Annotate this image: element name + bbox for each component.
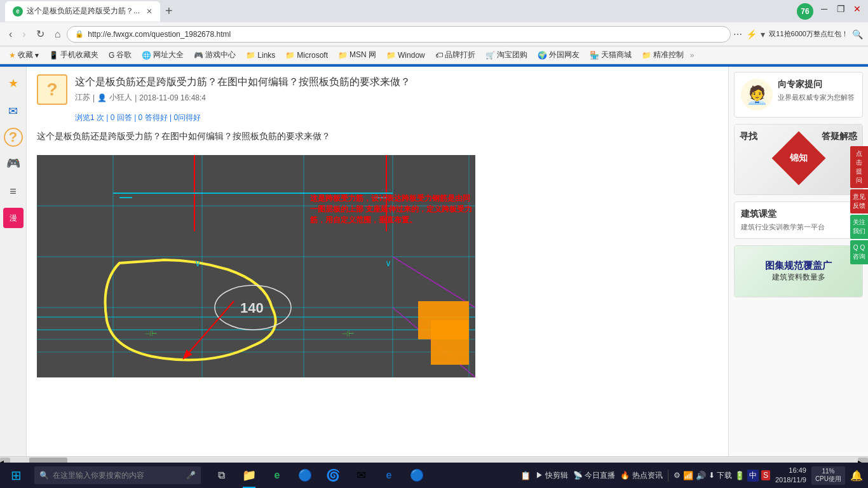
bookmark-microsoft[interactable]: 📁 Microsoft (281, 50, 332, 61)
tab-label: 这个是板负筋还是跨版受力筋？... (27, 6, 140, 17)
star-icon: ★ (9, 51, 16, 60)
bookmark-window[interactable]: 📁 Window (383, 50, 429, 61)
search-icon[interactable]: 🔍 (852, 29, 863, 39)
taskbar-app-ie2[interactable]: e (376, 463, 402, 488)
bookmark-msn[interactable]: 📁 MSN 网 (334, 48, 380, 62)
sidebar-star-icon[interactable]: ★ (2, 72, 25, 95)
bookmark-urls[interactable]: 🌐 网址大全 (138, 48, 187, 62)
dropdown-icon[interactable]: ▾ (761, 29, 765, 39)
restore-button[interactable]: ❐ (835, 3, 846, 15)
network-icon[interactable]: 📶 (683, 471, 693, 480)
taskbar-clock[interactable]: 16:49 2018/11/9 (775, 466, 806, 485)
course-box: 建筑课堂 建筑行业实训教学第一平台 (734, 201, 863, 239)
meta-separator1: | (93, 93, 95, 102)
volume-icon[interactable]: 🔊 (696, 471, 706, 480)
taskview-button[interactable]: ⧉ (208, 463, 234, 488)
forward-button[interactable]: › (18, 26, 29, 43)
image-container: ⊣⊢ ⊣⊢ ∨ ∨ 140 (37, 155, 475, 377)
minimize-button[interactable]: ─ (818, 3, 830, 15)
ad-line2: 建筑资料数量多 (765, 272, 832, 283)
ask-question-float-btn[interactable]: 点击提问 (850, 146, 863, 188)
hot-news-icon[interactable]: 🔥 热点资讯 (620, 470, 662, 481)
today-icon[interactable]: 📡 今日直播 (573, 470, 615, 481)
expert-box: 🧑‍💼 向专家提问 业界最权威专家为您解答 (734, 72, 863, 118)
taskbar-app-browser[interactable]: e (264, 463, 290, 488)
ime2-icon[interactable]: S (761, 470, 770, 480)
download-icon[interactable]: ⬇ 下载 (709, 470, 732, 481)
search-bar[interactable]: 🔍 在这里输入你要搜索的内容 🎤 (34, 466, 201, 484)
svg-rect-18 (431, 320, 469, 365)
sidebar-manga-icon[interactable]: 漫 (3, 208, 24, 228)
jzkt-diamond-text: 锦知 (790, 152, 808, 164)
svg-text:∨: ∨ (194, 258, 201, 268)
taskbar-app-5[interactable]: 🔵 (404, 463, 430, 488)
bookmark-foreign[interactable]: 🌍 外国网友 (534, 48, 583, 62)
sidebar-game-icon[interactable]: 🎮 (2, 152, 25, 175)
clock-date: 2018/11/9 (775, 475, 806, 485)
bookmark-links[interactable]: 📁 Links (242, 50, 279, 61)
taskbar-app-mail[interactable]: ✉ (348, 463, 374, 488)
ad-banner-box[interactable]: 图集规范覆盖广 建筑资料数量多 (734, 245, 863, 297)
jzkt-search-text: 寻找 (740, 131, 757, 142)
annotation-text: 这是跨板受力筋，设计表达跨板受力钢筋是由同一图层板的上部 支座延伸过来的，定义跨… (310, 193, 475, 225)
app5-icon: 🔵 (410, 468, 424, 482)
tab-bar: e 这个是板负筋还是跨版受力筋？... ✕ + (5, 1, 792, 22)
start-button[interactable]: ⊞ (0, 463, 32, 488)
bookmark-taobao[interactable]: 🛒 淘宝团购 (482, 48, 531, 62)
microphone-icon: 🎤 (186, 471, 196, 480)
ad-banner: 图集规范覆盖广 建筑资料数量多 (735, 246, 862, 297)
jzkt-ad-box: 锦知 寻找 答疑解惑 点击提问 意见反馈 关注我们 Q Q咨询 (734, 124, 863, 195)
taskbar-app-3[interactable]: 🔵 (292, 463, 318, 488)
ie2-icon: e (386, 470, 392, 481)
bookmark-google[interactable]: G 谷歌 (105, 48, 135, 62)
meta-user-icon: 👤 (97, 93, 107, 102)
bookmark-games[interactable]: 🎮 游戏中心 (190, 48, 240, 62)
system-icons: ⚙ 📶 🔊 ⬇ 下载 🔋 中 S (668, 470, 770, 482)
back-button[interactable]: ‹ (5, 26, 16, 43)
share-icon[interactable]: ⋯ (733, 29, 742, 39)
clock-time: 16:49 (775, 466, 806, 475)
more-bookmarks[interactable]: » (690, 51, 695, 60)
search-icon: 🔍 (39, 471, 49, 480)
settings-icon[interactable]: ⚙ (674, 471, 681, 480)
bookmark-control[interactable]: 📁 精准控制 (638, 48, 688, 62)
ime-icon[interactable]: 中 (747, 470, 759, 482)
jzkt-content: 锦知 (780, 139, 818, 180)
tab-close-button[interactable]: ✕ (146, 7, 153, 16)
feedback-float-btn[interactable]: 意见反馈 (850, 189, 863, 195)
live-icon[interactable]: ▶ 快剪辑 (536, 470, 568, 481)
float-buttons: 点击提问 意见反馈 关注我们 Q Q咨询 (850, 146, 863, 195)
taskbar-app-explorer[interactable]: 📁 (236, 463, 262, 488)
app3-icon: 🔵 (298, 468, 312, 482)
battery-icon: 🔋 (735, 471, 745, 480)
svg-text:∨: ∨ (385, 258, 391, 268)
home-button[interactable]: ⌂ (51, 26, 65, 43)
new-tab-button[interactable]: + (160, 4, 178, 18)
bookmark-tmall[interactable]: 🏪 天猫商城 (586, 48, 635, 62)
bookmark-favorites[interactable]: ★ 收藏 ▾ (5, 48, 43, 62)
sidebar-question-icon[interactable]: ? (4, 128, 23, 147)
bookmark-brand[interactable]: 🏷 品牌打折 (431, 48, 479, 62)
bookmark-mobile[interactable]: 📱 手机收藏夹 (45, 48, 102, 62)
window-controls: 76 ─ ❐ ✕ (797, 3, 863, 20)
refresh-button[interactable]: ↻ (32, 25, 48, 43)
question-meta: 江苏 | 👤 小狂人 | 2018-11-09 16:48:4 (75, 92, 718, 103)
stats-text: 浏览1 次 | 0 回答 | 0 答得好 | 0问得好 (75, 113, 201, 122)
jzkt-ad-banner[interactable]: 锦知 寻找 答疑解惑 (735, 125, 862, 194)
expert-avatar: 🧑‍💼 (741, 79, 773, 111)
quick-note-icon[interactable]: 📋 (520, 471, 531, 480)
sidebar-message-icon[interactable]: ✉ (2, 100, 25, 123)
bookmark-mobile-icon: 📱 (49, 51, 58, 60)
taskbar-systray: 📋 ▶ 快剪辑 📡 今日直播 🔥 热点资讯 ⚙ 📶 🔊 ⬇ 下载 🔋 中 S 1… (515, 466, 868, 485)
address-bar[interactable]: 🔒 http://e.fwxgx.com/question_1982678.ht… (67, 26, 731, 43)
security-icon: 🔒 (75, 30, 84, 38)
cpu-monitor: 11% CPU使用 (811, 466, 845, 485)
cpu-label: CPU使用 (815, 475, 841, 484)
active-tab[interactable]: e 这个是板负筋还是跨版受力筋？... ✕ (5, 1, 160, 22)
cad-svg: ⊣⊢ ⊣⊢ ∨ ∨ 140 (37, 155, 475, 377)
sidebar-menu-icon[interactable]: ≡ (2, 180, 25, 203)
notification-btn[interactable]: 🔔 (850, 470, 863, 482)
close-button[interactable]: ✕ (851, 3, 863, 15)
taskbar-app-4[interactable]: 🌀 (320, 463, 346, 488)
score-badge: 76 (797, 3, 813, 20)
